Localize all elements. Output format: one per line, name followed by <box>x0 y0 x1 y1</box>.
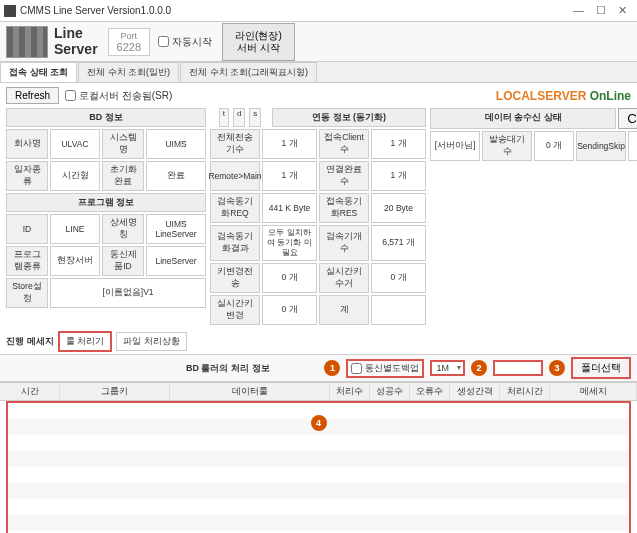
autostart-input[interactable] <box>158 36 169 47</box>
start-server-button[interactable]: 라인(현장) 서버 시작 <box>222 23 295 61</box>
port-value: 6228 <box>117 41 141 53</box>
pending-value: 0 개 <box>534 131 574 161</box>
title-server: Server <box>54 42 98 57</box>
nosrv-value: [서버아님] <box>430 131 480 161</box>
progtype-label: 프로그램종류 <box>6 246 48 276</box>
datetype-label: 일자종류 <box>6 161 48 191</box>
syncres-value: 20 Byte <box>371 193 426 223</box>
client-value: 1 개 <box>371 129 426 159</box>
prodid-value: LineServer <box>146 246 206 276</box>
window-titlebar: CMMS Line Server Version1.0.0.0 — ☐ ✕ <box>0 0 637 22</box>
store-value: [이름없음]V1 <box>50 278 206 308</box>
bd-info-header: BD 정보 <box>6 108 206 127</box>
maximize-button[interactable]: ☐ <box>596 4 606 17</box>
close-button[interactable]: ✕ <box>618 4 627 17</box>
nav-d[interactable]: d <box>233 108 245 127</box>
keychange-value: 0 개 <box>262 263 317 293</box>
total-value <box>371 295 426 325</box>
tab-connection-status[interactable]: 접속 상태 조회 <box>0 62 77 82</box>
syncres-label: 접속동기화RES <box>319 193 369 223</box>
connected-label: 연결완료수 <box>319 161 369 191</box>
system-label: 시스템명 <box>102 129 144 159</box>
id-value: LINE <box>50 214 100 244</box>
info-panels: BD 정보 회사명 ULVAC 시스템명 UIMS 일자종류 시간형 초기화완료… <box>0 108 637 329</box>
log-table-body[interactable]: 4 <box>6 401 631 533</box>
tab-all-values-graphic[interactable]: 전체 수치 조회(그래픽표시형) <box>180 62 317 82</box>
devcount-label: 검속기개수 <box>319 225 369 261</box>
detail-value: UIMS LineServer <box>146 214 206 244</box>
rtkeychange-label: 실시간키변경 <box>210 295 260 325</box>
interval-select[interactable]: 1M <box>430 360 465 376</box>
title-line: Line <box>54 26 98 41</box>
company-label: 회사명 <box>6 129 48 159</box>
col-groupkey: 그룹키 <box>60 383 170 400</box>
port-label: Port <box>117 31 141 41</box>
syncreq-value: 441 K Byte <box>262 193 317 223</box>
app-icon <box>4 5 16 17</box>
comm-backup-checkbox[interactable]: 통신별도백업 <box>346 359 424 378</box>
port-display: Port 6228 <box>108 28 150 56</box>
detail-label: 상세명칭 <box>102 214 144 244</box>
skip-label2: SendingSkip <box>576 131 626 161</box>
badge-4: 4 <box>311 415 327 431</box>
folder-select-button[interactable]: 폴더선택 <box>571 357 631 379</box>
tab-rule-processor[interactable]: 룰 처리기 <box>58 331 113 352</box>
server-state: OnLine <box>590 89 631 103</box>
program-info-header: 프로그램 정보 <box>6 193 206 212</box>
badge-1: 1 <box>324 360 340 376</box>
link-info-header: 연동 정보 (동기화) <box>272 108 426 127</box>
nav-t[interactable]: t <box>219 108 229 127</box>
col-datarule: 데이터룰 <box>170 383 330 400</box>
col-time: 시간 <box>0 383 60 400</box>
devcount-value: 6,571 개 <box>371 225 426 261</box>
autostart-label: 자동시작 <box>172 35 212 49</box>
link-nav: t d s <box>210 108 270 127</box>
server-logo <box>6 26 48 58</box>
skip-label: 로컬서버 전송됨(SR) <box>79 89 172 103</box>
datetype-value: 시간형 <box>50 161 100 191</box>
company-value: ULVAC <box>50 129 100 159</box>
server-name: LOCALSERVER <box>496 89 586 103</box>
tab-all-values-normal[interactable]: 전체 수치 조회(일반) <box>78 62 179 82</box>
col-message: 메세지 <box>550 383 637 400</box>
col-interval: 생성간격 <box>450 383 500 400</box>
ruler-title: BD 룰러의 처리 정보 <box>186 362 270 375</box>
id-label: ID <box>6 214 48 244</box>
autostart-checkbox[interactable]: 자동시작 <box>158 35 212 49</box>
interval-value: 1M <box>436 363 449 373</box>
syncresult-value: 모두 일치하여 동기화 미필요 <box>262 225 317 261</box>
pending-label: 발송대기수 <box>482 131 532 161</box>
badge-3: 3 <box>549 360 565 376</box>
refresh-toolbar: Refresh 로컬서버 전송됨(SR) LOCALSERVER OnLine <box>0 83 637 108</box>
localserver-skip-checkbox[interactable]: 로컬서버 전송됨(SR) <box>65 89 172 103</box>
col-proctime: 처리시간 <box>500 383 550 400</box>
refresh-button[interactable]: Refresh <box>6 87 59 104</box>
header: Line Server Port 6228 자동시작 라인(현장) 서버 시작 <box>0 22 637 62</box>
rtkey-value: 0 개 <box>371 263 426 293</box>
server-status: LOCALSERVER OnLine <box>496 89 631 103</box>
init-value: 완료 <box>146 161 206 191</box>
path-field[interactable] <box>493 360 543 376</box>
remote-value: 1 개 <box>262 161 317 191</box>
app-title: Line Server <box>54 26 98 57</box>
connected-value: 1 개 <box>371 161 426 191</box>
log-table-header: 시간 그룹키 데이터룰 처리수 성공수 오류수 생성간격 처리시간 메세지 <box>0 382 637 401</box>
comm-backup-input[interactable] <box>351 363 362 374</box>
syncreq-label: 검속동기화REQ <box>210 193 260 223</box>
prodid-label: 동신제품ID <box>102 246 144 276</box>
syncresult-label: 검속동기화결과 <box>210 225 260 261</box>
clear-button[interactable]: Clear <box>618 108 637 129</box>
tx-info-header: 데이터 송수신 상태 <box>430 108 616 129</box>
tab-file-status[interactable]: 파일 처리상황 <box>116 332 187 351</box>
rtkey-label: 실시간키수거 <box>319 263 369 293</box>
minimize-button[interactable]: — <box>573 4 584 17</box>
comm-backup-label: 통신별도백업 <box>365 362 419 375</box>
col-success: 성공수 <box>370 383 410 400</box>
system-value: UIMS <box>146 129 206 159</box>
store-label: Store설정 <box>6 278 48 308</box>
nav-s[interactable]: s <box>249 108 261 127</box>
skip-input[interactable] <box>65 90 76 101</box>
col-proc: 처리수 <box>330 383 370 400</box>
badge-2: 2 <box>471 360 487 376</box>
progress-msg-label: 진행 메세지 <box>6 335 54 348</box>
